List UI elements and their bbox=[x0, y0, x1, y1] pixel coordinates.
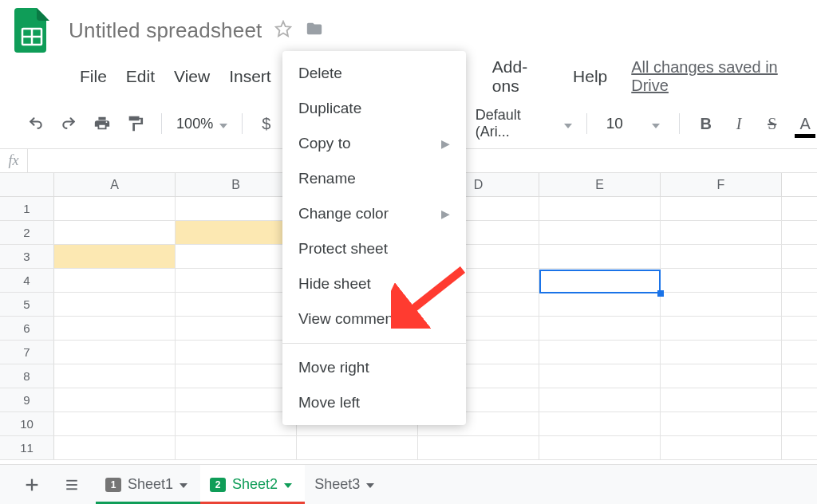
cell[interactable] bbox=[418, 436, 539, 459]
cell[interactable] bbox=[539, 197, 661, 220]
context-menu-item[interactable]: View comments bbox=[282, 301, 466, 337]
row-header[interactable]: 9 bbox=[0, 388, 54, 411]
cell[interactable] bbox=[539, 293, 661, 316]
cell[interactable] bbox=[176, 293, 297, 316]
select-all-corner[interactable] bbox=[0, 173, 54, 196]
cell[interactable] bbox=[54, 412, 176, 435]
cell[interactable] bbox=[661, 197, 782, 220]
chevron-down-icon[interactable] bbox=[284, 479, 292, 490]
context-menu-item[interactable]: Move left bbox=[282, 385, 466, 420]
cell[interactable] bbox=[661, 317, 782, 340]
context-menu-item[interactable]: Delete bbox=[282, 56, 466, 91]
row-header[interactable]: 1 bbox=[0, 197, 54, 220]
chevron-down-icon[interactable] bbox=[180, 479, 187, 490]
star-icon[interactable] bbox=[274, 20, 292, 41]
italic-button[interactable]: I bbox=[727, 112, 751, 136]
cell[interactable] bbox=[54, 197, 176, 220]
strikethrough-button[interactable]: S bbox=[760, 112, 784, 136]
context-menu-item[interactable]: Move right bbox=[282, 350, 466, 385]
save-status[interactable]: All changes saved in Drive bbox=[631, 58, 817, 95]
zoom-combo[interactable]: 100% bbox=[176, 116, 227, 132]
undo-button[interactable] bbox=[24, 112, 48, 136]
menu-file[interactable]: File bbox=[80, 67, 107, 86]
column-header[interactable]: A bbox=[54, 173, 176, 196]
context-menu-item[interactable]: Rename bbox=[282, 161, 466, 196]
cell[interactable] bbox=[661, 269, 782, 292]
cell[interactable] bbox=[54, 341, 176, 364]
currency-format-button[interactable]: $ bbox=[257, 115, 275, 133]
row-header[interactable]: 6 bbox=[0, 317, 54, 340]
cell[interactable] bbox=[54, 269, 176, 292]
cell[interactable] bbox=[539, 341, 661, 364]
font-family-combo[interactable]: Default (Ari... bbox=[476, 107, 572, 140]
cell[interactable] bbox=[54, 221, 176, 244]
row-header[interactable]: 11 bbox=[0, 436, 54, 459]
all-sheets-button[interactable] bbox=[56, 469, 88, 501]
context-menu-item[interactable]: Protect sheet bbox=[282, 231, 466, 266]
cell[interactable] bbox=[661, 221, 782, 244]
menu-insert[interactable]: Insert bbox=[229, 67, 271, 86]
row-header[interactable]: 8 bbox=[0, 364, 54, 388]
cell[interactable] bbox=[54, 364, 176, 388]
move-to-folder-icon[interactable] bbox=[305, 20, 324, 41]
cell[interactable] bbox=[176, 245, 297, 268]
cell[interactable] bbox=[176, 412, 297, 435]
cell[interactable] bbox=[661, 388, 782, 411]
cell[interactable] bbox=[661, 412, 782, 435]
row-header[interactable]: 2 bbox=[0, 221, 54, 244]
cell[interactable] bbox=[297, 436, 418, 459]
cell[interactable] bbox=[54, 317, 176, 340]
row-header[interactable]: 3 bbox=[0, 245, 54, 268]
row-header[interactable]: 4 bbox=[0, 269, 54, 292]
print-button[interactable] bbox=[90, 112, 114, 136]
context-menu-item[interactable]: Hide sheet bbox=[282, 266, 466, 301]
add-sheet-button[interactable] bbox=[16, 469, 48, 501]
column-header[interactable]: B bbox=[176, 173, 297, 196]
context-menu-item[interactable]: Copy to▶ bbox=[282, 126, 466, 161]
font-size-combo[interactable]: 10 bbox=[602, 115, 665, 132]
cell[interactable] bbox=[539, 412, 661, 435]
column-header[interactable]: E bbox=[539, 173, 661, 196]
cell[interactable] bbox=[539, 436, 661, 459]
text-color-button[interactable]: A bbox=[793, 112, 817, 136]
cell[interactable] bbox=[539, 388, 661, 411]
context-menu-item[interactable]: Change color▶ bbox=[282, 196, 466, 231]
context-menu-item[interactable]: Duplicate bbox=[282, 91, 466, 126]
paint-format-button[interactable] bbox=[124, 112, 148, 136]
row-header[interactable]: 7 bbox=[0, 341, 54, 364]
cell[interactable] bbox=[54, 388, 176, 411]
cell[interactable] bbox=[176, 364, 297, 388]
cell[interactable] bbox=[54, 293, 176, 316]
cell[interactable] bbox=[176, 221, 297, 244]
cell[interactable] bbox=[539, 317, 661, 340]
cell[interactable] bbox=[176, 436, 297, 459]
sheet-tab[interactable]: 2Sheet2 bbox=[200, 465, 305, 504]
sheet-tab[interactable]: Sheet3 bbox=[305, 465, 387, 504]
sheet-tab[interactable]: 1Sheet1 bbox=[96, 465, 200, 504]
redo-button[interactable] bbox=[57, 112, 81, 136]
cell[interactable] bbox=[539, 245, 661, 268]
cell[interactable] bbox=[539, 364, 661, 388]
cell[interactable] bbox=[661, 436, 782, 459]
menu-view[interactable]: View bbox=[174, 67, 210, 86]
cell[interactable] bbox=[661, 364, 782, 388]
cell[interactable] bbox=[54, 436, 176, 459]
chevron-down-icon[interactable] bbox=[366, 479, 374, 490]
cell[interactable] bbox=[176, 341, 297, 364]
cell[interactable] bbox=[661, 245, 782, 268]
menu-help[interactable]: Help bbox=[573, 67, 607, 86]
column-header[interactable]: F bbox=[661, 173, 782, 196]
selection-handle[interactable] bbox=[657, 290, 664, 297]
cell[interactable] bbox=[176, 197, 297, 220]
cell[interactable] bbox=[661, 341, 782, 364]
cell[interactable] bbox=[661, 293, 782, 316]
cell[interactable] bbox=[54, 245, 176, 268]
document-title[interactable]: Untitled spreadsheet bbox=[69, 18, 262, 43]
cell[interactable] bbox=[176, 269, 297, 292]
cell[interactable] bbox=[176, 317, 297, 340]
cell[interactable] bbox=[539, 221, 661, 244]
cell[interactable] bbox=[176, 388, 297, 411]
row-header[interactable]: 10 bbox=[0, 412, 54, 435]
menu-edit[interactable]: Edit bbox=[126, 67, 155, 86]
menu-addons[interactable]: Add-ons bbox=[492, 57, 554, 96]
